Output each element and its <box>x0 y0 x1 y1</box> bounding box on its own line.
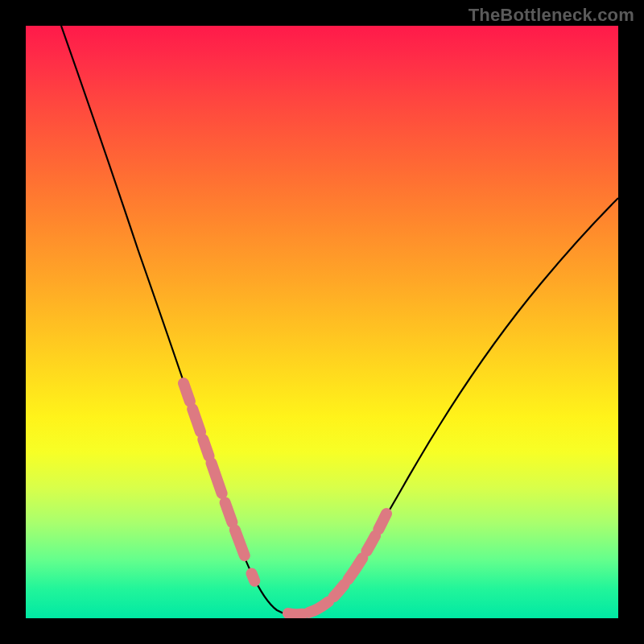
curve-layer <box>26 26 618 618</box>
left-highlight-segment <box>184 383 256 584</box>
watermark-text: TheBottleneck.com <box>469 5 634 26</box>
bottleneck-curve <box>61 26 618 616</box>
chart-frame: TheBottleneck.com <box>0 0 644 644</box>
right-highlight-segment <box>288 514 386 614</box>
plot-area <box>26 26 618 618</box>
